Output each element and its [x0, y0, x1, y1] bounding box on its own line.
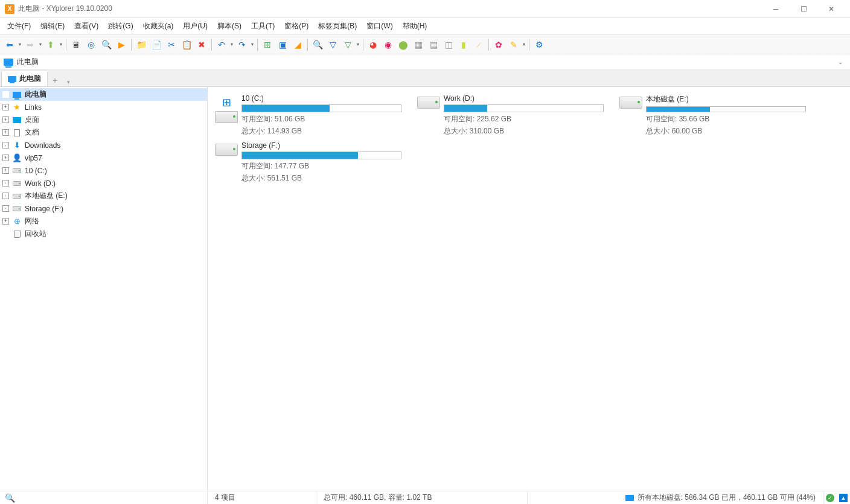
sidebar-item-network[interactable]: +⊕网络	[0, 215, 207, 228]
pie-button[interactable]: ◕	[366, 37, 380, 52]
status-sync-icon[interactable]: ▲	[839, 494, 848, 502]
target-button[interactable]: ◎	[84, 37, 98, 52]
back-button[interactable]: ⬅	[2, 37, 17, 52]
sidebar-item-desktop[interactable]: +桌面	[0, 113, 207, 126]
menu-item-1[interactable]: 编辑(E)	[36, 19, 69, 34]
android-button[interactable]: ⬤	[396, 37, 411, 52]
tree-expander[interactable]: +	[2, 167, 9, 174]
tree-expander[interactable]: +	[2, 218, 9, 225]
minimize-button[interactable]: ─	[762, 0, 790, 18]
maximize-button[interactable]: ☐	[790, 0, 817, 18]
drive-item-0[interactable]: ⊞10 (C:)可用空间: 51.06 GB总大小: 114.93 GB	[210, 92, 411, 139]
find-button[interactable]: 🔍	[310, 37, 325, 52]
tree-expander[interactable]: ·	[2, 142, 9, 148]
filter2-dropdown[interactable]: ▾	[356, 42, 360, 47]
zoom-button[interactable]: 🔍	[99, 37, 113, 52]
sidebar-item-links[interactable]: +★Links	[0, 101, 207, 113]
grid-button[interactable]: ▦	[411, 37, 426, 52]
close-button[interactable]: ✕	[817, 0, 845, 18]
menu-item-3[interactable]: 跳转(G)	[103, 19, 138, 34]
paintbrush-dropdown[interactable]: ▾	[522, 42, 526, 47]
sidebar-item-drive-e[interactable]: ·本地磁盘 (E:)	[0, 190, 207, 202]
sidebar-item-drive-c[interactable]: +10 (C:)	[0, 164, 207, 177]
pizza-button[interactable]: ◢	[290, 37, 305, 52]
address-dropdown-icon[interactable]: ⌄	[834, 57, 846, 66]
sidebar-item-drive-d[interactable]: ·Work (D:)	[0, 177, 207, 190]
sidebar-item-user[interactable]: +👤vip57	[0, 152, 207, 164]
sidebar-item-documents[interactable]: +文档	[0, 126, 207, 139]
dualpane-button[interactable]: ◫	[441, 37, 456, 52]
spiral-button[interactable]: ◉	[381, 37, 395, 52]
filter-button[interactable]: ▽	[325, 37, 340, 52]
gear-button[interactable]: ⚙	[532, 37, 546, 52]
menu-item-8[interactable]: 窗格(P)	[280, 19, 313, 34]
menu-item-4[interactable]: 收藏夹(a)	[138, 19, 179, 34]
paintbrush-button[interactable]: ✎	[506, 37, 521, 52]
tree-expander[interactable]: +	[2, 155, 9, 161]
sidebar-item-label: 回收站	[25, 229, 46, 239]
menu-item-2[interactable]: 查看(V)	[69, 19, 103, 34]
tree-button[interactable]: ⊞	[260, 37, 275, 52]
redo-button[interactable]: ↷	[235, 37, 249, 52]
drive-item-1[interactable]: Work (D:)可用空间: 225.62 GB总大小: 310.00 GB	[412, 92, 613, 139]
menu-item-0[interactable]: 文件(F)	[2, 19, 36, 34]
drive-item-2[interactable]: 本地磁盘 (E:)可用空间: 35.66 GB总大小: 60.00 GB	[615, 92, 816, 139]
tree-expander[interactable]: +	[2, 104, 9, 110]
drive-item-3[interactable]: Storage (F:)可用空间: 147.77 GB总大小: 561.51 G…	[210, 139, 411, 186]
play-button[interactable]: ▶	[114, 37, 129, 52]
sidebar-item-drive-f[interactable]: ·Storage (F:)	[0, 202, 207, 215]
delete-button[interactable]: ✖	[194, 37, 209, 52]
filter2-button[interactable]: ▽	[340, 37, 355, 52]
tab-dropdown-icon[interactable]: ▾	[63, 78, 74, 86]
forward-button[interactable]: ➡	[23, 37, 37, 52]
menu-item-5[interactable]: 用户(U)	[178, 19, 212, 34]
menu-item-9[interactable]: 标签页集(B)	[313, 19, 362, 34]
back-dropdown[interactable]: ▾	[18, 42, 22, 47]
titlebar: X 此电脑 - XYplorer 19.10.0200 ─ ☐ ✕	[0, 0, 850, 18]
computer-icon	[8, 76, 16, 82]
sidebar-item-computer[interactable]: 此电脑	[0, 88, 207, 101]
up-dropdown[interactable]: ▾	[59, 42, 63, 47]
tag-button[interactable]: ▮	[456, 37, 471, 52]
tree-expander[interactable]: ·	[2, 193, 9, 199]
add-tab-button[interactable]: +	[49, 74, 61, 86]
newfolder-button[interactable]: 📁	[134, 37, 149, 52]
tree-expander[interactable]: +	[2, 116, 9, 123]
select-button[interactable]: ▣	[275, 37, 290, 52]
addressbar[interactable]: 此电脑 ⌄	[0, 54, 850, 70]
tree-expander[interactable]: ·	[2, 205, 9, 212]
drive-icon: ⊞	[211, 94, 241, 136]
forward-dropdown[interactable]: ▾	[38, 42, 43, 47]
status-search[interactable]: 🔍	[0, 491, 208, 504]
display-button[interactable]: 🖥	[69, 37, 83, 52]
tree-expander[interactable]: +	[2, 129, 9, 136]
toolbar-separator	[488, 39, 489, 51]
up-button[interactable]: ⬆	[43, 37, 58, 52]
list-button[interactable]: ▤	[426, 37, 441, 52]
menu-item-11[interactable]: 帮助(H)	[398, 19, 432, 34]
drive-icon	[414, 94, 444, 136]
color-button[interactable]: ✿	[491, 37, 506, 52]
paste-button[interactable]: 📋	[179, 37, 194, 52]
status-ok-icon[interactable]: ✓	[826, 494, 834, 502]
undo-dropdown[interactable]: ▾	[229, 42, 234, 47]
redo-dropdown[interactable]: ▾	[250, 42, 255, 47]
tree-expander[interactable]	[2, 231, 9, 237]
menu-item-10[interactable]: 窗口(W)	[362, 19, 397, 34]
user-icon: 👤	[12, 153, 22, 163]
tab-computer[interactable]: 此电脑	[1, 71, 48, 86]
sidebar-item-recycle[interactable]: 回收站	[0, 228, 207, 240]
toolbar-separator	[307, 39, 308, 51]
tree-expander[interactable]: ·	[2, 180, 9, 187]
sidebar-item-label: 文档	[25, 127, 39, 138]
brush-button[interactable]: ⟋	[471, 37, 486, 52]
undo-button[interactable]: ↶	[214, 37, 229, 52]
menu-item-7[interactable]: 工具(T)	[246, 19, 280, 34]
copy-button[interactable]: 📄	[149, 37, 164, 52]
menubar: 文件(F)编辑(E)查看(V)跳转(G)收藏夹(a)用户(U)脚本(S)工具(T…	[0, 18, 850, 35]
sidebar-item-downloads[interactable]: ·⬇Downloads	[0, 139, 207, 152]
cut-button[interactable]: ✂	[164, 37, 179, 52]
sidebar-item-label: 此电脑	[25, 89, 46, 100]
menu-item-6[interactable]: 脚本(S)	[212, 19, 246, 34]
tree-expander[interactable]	[2, 91, 9, 98]
